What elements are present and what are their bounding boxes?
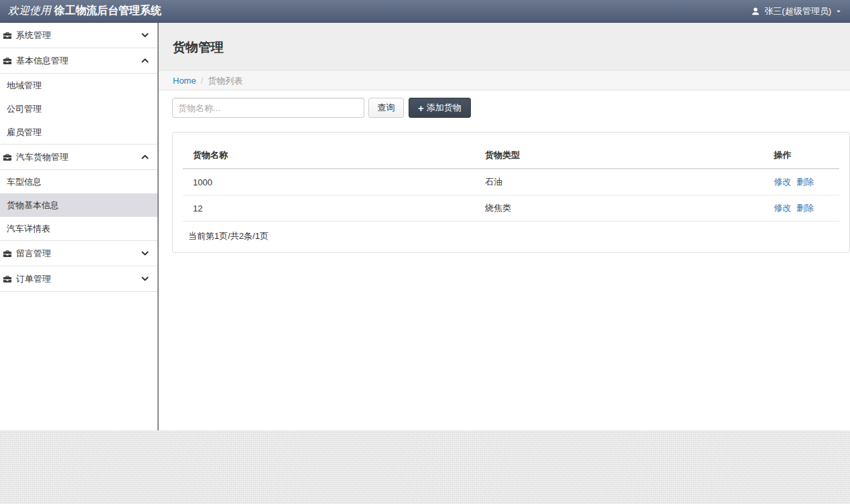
breadcrumb-separator: / (201, 76, 204, 86)
content-area: 查询 + 添加货物 货物名称 货物类型 操作 (159, 90, 850, 430)
delete-link[interactable]: 删除 (796, 177, 814, 187)
delete-link[interactable]: 删除 (796, 203, 814, 213)
sidebar-item-label: 基本信息管理 (16, 55, 141, 67)
breadcrumb-current: 货物列表 (208, 76, 242, 86)
briefcase-icon (3, 31, 12, 40)
sidebar-item-label: 汽车货物管理 (16, 151, 141, 163)
sidebar-item-vehicle-detail-table[interactable]: 汽车详情表 (0, 217, 157, 240)
sidebar-item-region-management[interactable]: 地域管理 (0, 74, 157, 97)
table-row: 12 烧焦类 修改 删除 (183, 195, 839, 222)
column-header-cargo-type: 货物类型 (475, 143, 764, 169)
sidebar-item-label: 留言管理 (16, 248, 141, 260)
sidebar-item-label: 系统管理 (16, 29, 141, 41)
edit-link[interactable]: 修改 (774, 177, 791, 187)
sidebar-subitem-label: 车型信息 (7, 176, 42, 188)
pagination-status: 当前第1页/共2条/1页 (183, 230, 839, 242)
column-header-actions: 操作 (764, 143, 839, 169)
chevron-up-icon (141, 153, 149, 161)
sidebar-subitem-label: 货物基本信息 (7, 199, 59, 212)
add-cargo-button[interactable]: + 添加货物 (409, 98, 471, 118)
breadcrumb-home-link[interactable]: Home (173, 76, 196, 86)
briefcase-icon (3, 56, 12, 66)
user-icon (751, 7, 760, 16)
add-cargo-button-label: 添加货物 (427, 102, 462, 114)
cell-cargo-type: 石油 (475, 169, 764, 195)
table-row: 1000 石油 修改 删除 (183, 169, 839, 195)
sidebar-item-order-management[interactable]: 订单管理 (0, 266, 157, 292)
submenu-basic-info: 地域管理 公司管理 雇员管理 (0, 74, 157, 145)
table-header-row: 货物名称 货物类型 操作 (183, 143, 839, 169)
sidebar-item-label: 订单管理 (16, 273, 141, 285)
submenu-vehicle-cargo: 车型信息 货物基本信息 汽车详情表 (0, 170, 157, 241)
chevron-down-icon (141, 249, 149, 258)
user-name-label: 张三(超级管理员) (764, 5, 831, 17)
chevron-down-icon (141, 31, 149, 39)
cargo-name-search-input[interactable] (172, 98, 364, 118)
sidebar-subitem-label: 雇员管理 (7, 127, 42, 139)
sidebar: 系统管理 基本信息管理 地域管理 公司管理 雇员管理 汽车货物管理 车型信息 货… (0, 23, 159, 430)
sidebar-subitem-label: 地域管理 (7, 80, 42, 92)
cell-actions: 修改 删除 (764, 169, 839, 195)
search-toolbar: 查询 + 添加货物 (172, 98, 850, 118)
cell-cargo-type: 烧焦类 (475, 195, 764, 222)
app-body: 系统管理 基本信息管理 地域管理 公司管理 雇员管理 汽车货物管理 车型信息 货… (0, 23, 850, 430)
brand-welcome-text: 欢迎使用 (8, 4, 51, 17)
sidebar-item-company-management[interactable]: 公司管理 (0, 97, 157, 120)
briefcase-icon (3, 274, 12, 284)
caret-down-icon (835, 8, 842, 15)
page-title: 货物管理 (173, 39, 837, 56)
sidebar-item-vehicle-cargo-management[interactable]: 汽车货物管理 (0, 145, 157, 170)
main-content: 货物管理 Home/货物列表 查询 + 添加货物 货物名称 货物类 (159, 23, 850, 430)
cell-cargo-name: 1000 (183, 169, 475, 195)
cell-cargo-name: 12 (183, 195, 475, 222)
app-brand[interactable]: 欢迎使用徐工物流后台管理系统 (8, 4, 161, 18)
sidebar-item-system-management[interactable]: 系统管理 (0, 23, 157, 48)
briefcase-icon (3, 249, 12, 258)
edit-link[interactable]: 修改 (774, 203, 791, 213)
sidebar-item-employee-management[interactable]: 雇员管理 (0, 120, 157, 144)
plus-icon: + (418, 103, 424, 113)
sidebar-item-basic-info-management[interactable]: 基本信息管理 (0, 48, 157, 74)
page-header: 货物管理 (159, 23, 850, 70)
briefcase-icon (3, 153, 12, 162)
cell-actions: 修改 删除 (764, 195, 839, 222)
user-dropdown[interactable]: 张三(超级管理员) (751, 5, 842, 17)
chevron-up-icon (141, 56, 149, 65)
query-button[interactable]: 查询 (368, 98, 404, 118)
sidebar-item-vehicle-model-info[interactable]: 车型信息 (0, 170, 157, 193)
cargo-table-panel: 货物名称 货物类型 操作 1000 石油 修改 删除 (172, 132, 850, 253)
column-header-cargo-name: 货物名称 (183, 143, 475, 169)
brand-title-text: 徐工物流后台管理系统 (54, 5, 161, 16)
sidebar-subitem-label: 汽车详情表 (7, 223, 50, 235)
chevron-down-icon (141, 274, 149, 283)
top-navbar: 欢迎使用徐工物流后台管理系统 张三(超级管理员) (0, 0, 850, 23)
sidebar-item-message-management[interactable]: 留言管理 (0, 241, 157, 266)
sidebar-subitem-label: 公司管理 (7, 103, 42, 115)
sidebar-item-cargo-basic-info[interactable]: 货物基本信息 (0, 193, 157, 217)
breadcrumb: Home/货物列表 (159, 70, 850, 90)
cargo-table: 货物名称 货物类型 操作 1000 石油 修改 删除 (183, 143, 839, 222)
